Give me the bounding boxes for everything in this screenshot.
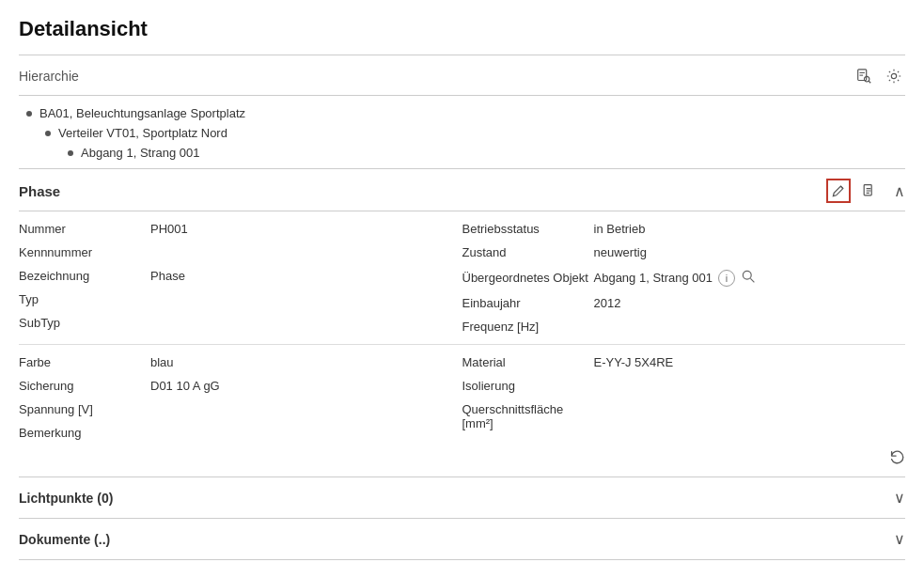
- dokumente-title: Dokumente (..): [19, 532, 894, 547]
- field-kennnummer-label: Kennnummer: [19, 245, 150, 259]
- tree-item-2[interactable]: Verteiler VT01, Sportplatz Nord: [19, 123, 905, 143]
- uebergeordnetes-search-icon: [741, 269, 756, 284]
- dokumente-collapse-icon: ∨: [894, 530, 905, 548]
- phase-edit-icon: [831, 183, 846, 198]
- phase-fields-left: Nummer PH001 Kennnummer Bezeichnung Phas…: [19, 217, 462, 338]
- phase-fields-right-lower: Material E-YY-J 5X4RE Isolierung Quersch…: [462, 351, 906, 445]
- field-querschnittsflaeche-label: Querschnittsfläche [mm²]: [462, 402, 594, 430]
- svg-point-7: [743, 271, 751, 279]
- phase-edit-button[interactable]: [826, 179, 851, 203]
- field-kennnummer: Kennnummer: [19, 241, 462, 264]
- field-frequenz-label: Frequenz [Hz]: [462, 320, 594, 334]
- phase-doc-button[interactable]: [856, 179, 881, 203]
- phase-fields-right: Betriebsstatus in Betrieb Zustand neuwer…: [462, 217, 906, 338]
- field-isolierung: Isolierung: [462, 374, 906, 398]
- field-einbaujahr-value: 2012: [594, 296, 621, 310]
- hierarchy-section: Hierarchie: [19, 55, 905, 169]
- dokumente-header[interactable]: Dokumente (..) ∨: [19, 519, 905, 559]
- field-bemerkung: Bemerkung: [19, 421, 462, 445]
- field-frequenz: Frequenz [Hz]: [462, 315, 906, 338]
- field-zustand-value: neuwertig: [594, 245, 647, 259]
- tree-item-1[interactable]: BA01, Beleuchtungsanlage Sportplatz: [19, 103, 905, 123]
- tree-bullet-3: [68, 150, 73, 156]
- field-bezeichnung-label: Bezeichnung: [19, 269, 150, 283]
- lichtpunkte-header[interactable]: Lichtpunkte (0) ∨: [19, 477, 905, 518]
- phase-collapse-button[interactable]: ∧: [894, 182, 905, 200]
- field-typ: Typ: [19, 288, 462, 311]
- tree-bullet-1: [26, 111, 32, 117]
- undo-row: [19, 445, 905, 473]
- tree-label-3: Abgang 1, Strang 001: [81, 146, 200, 160]
- field-subtyp-label: SubTyp: [19, 316, 150, 330]
- svg-rect-6: [864, 185, 871, 195]
- field-sicherung: Sicherung D01 10 A gG: [19, 374, 462, 398]
- field-bemerkung-label: Bemerkung: [19, 426, 150, 440]
- field-spannung: Spannung [V]: [19, 398, 462, 421]
- field-subtyp: SubTyp: [19, 311, 462, 335]
- undo-icon: [888, 448, 905, 465]
- phase-section-title: Phase: [19, 183, 826, 199]
- field-uebergeordnetes-label: Übergeordnetes Objekt: [462, 271, 594, 285]
- field-betriebsstatus-label: Betriebsstatus: [462, 222, 594, 236]
- field-zustand-label: Zustand: [462, 245, 594, 259]
- lichtpunkte-section: Lichtpunkte (0) ∨: [19, 477, 905, 519]
- field-sicherung-value: D01 10 A gG: [150, 379, 220, 393]
- field-uebergeordnetes-value-group: Abgang 1, Strang 001 i: [594, 269, 757, 287]
- field-nummer-label: Nummer: [19, 222, 150, 236]
- tree-label-1: BA01, Beleuchtungsanlage Sportplatz: [39, 106, 245, 120]
- dokumente-section: Dokumente (..) ∨: [19, 519, 905, 560]
- field-bezeichnung: Bezeichnung Phase: [19, 264, 462, 288]
- hierarchy-search-icon: [855, 68, 872, 85]
- hierarchy-settings-button[interactable]: [883, 65, 905, 87]
- undo-button[interactable]: [888, 448, 905, 469]
- svg-line-8: [750, 278, 754, 282]
- phase-section: Phase ∧: [19, 169, 905, 477]
- field-farbe-value: blau: [150, 355, 174, 369]
- hierarchy-tree: BA01, Beleuchtungsanlage Sportplatz Vert…: [19, 96, 905, 169]
- field-farbe: Farbe blau: [19, 351, 462, 374]
- field-farbe-label: Farbe: [19, 355, 150, 369]
- field-material-value: E-YY-J 5X4RE: [594, 355, 674, 369]
- field-einbaujahr-label: Einbaujahr: [462, 296, 594, 310]
- page-title: Detailansicht: [19, 17, 905, 41]
- field-uebergeordnetes: Übergeordnetes Objekt Abgang 1, Strang 0…: [462, 264, 906, 291]
- lichtpunkte-collapse-icon: ∨: [894, 489, 905, 507]
- field-betriebsstatus: Betriebsstatus in Betrieb: [462, 217, 906, 241]
- field-typ-label: Typ: [19, 292, 150, 306]
- field-bezeichnung-value: Phase: [150, 269, 185, 283]
- field-einbaujahr: Einbaujahr 2012: [462, 291, 906, 315]
- tree-bullet-2: [45, 131, 51, 136]
- tree-label-2: Verteiler VT01, Sportplatz Nord: [58, 126, 227, 140]
- phase-fields-left-lower: Farbe blau Sicherung D01 10 A gG Spannun…: [19, 351, 462, 445]
- tree-item-3[interactable]: Abgang 1, Strang 001: [19, 143, 905, 163]
- phase-doc-icon: [861, 183, 876, 198]
- field-uebergeordnetes-value: Abgang 1, Strang 001: [594, 271, 713, 285]
- uebergeordnetes-search-button[interactable]: [741, 269, 756, 287]
- field-sicherung-label: Sicherung: [19, 379, 150, 393]
- svg-line-4: [869, 81, 870, 83]
- field-nummer-value: PH001: [150, 222, 188, 236]
- field-betriebsstatus-value: in Betrieb: [594, 222, 646, 236]
- field-material-label: Material: [462, 355, 594, 369]
- phase-fields-upper: Nummer PH001 Kennnummer Bezeichnung Phas…: [19, 211, 905, 345]
- field-nummer: Nummer PH001: [19, 217, 462, 241]
- field-querschnittsflaeche: Querschnittsfläche [mm²]: [462, 398, 906, 435]
- field-spannung-label: Spannung [V]: [19, 402, 150, 416]
- field-zustand: Zustand neuwertig: [462, 241, 906, 264]
- hierarchy-search-button[interactable]: [853, 65, 875, 87]
- hierarchy-title: Hierarchie: [19, 69, 853, 84]
- svg-point-5: [891, 73, 896, 78]
- lichtpunkte-title: Lichtpunkte (0): [19, 491, 894, 506]
- hierarchy-settings-icon: [885, 68, 902, 85]
- field-isolierung-label: Isolierung: [462, 379, 594, 393]
- field-material: Material E-YY-J 5X4RE: [462, 351, 906, 374]
- phase-fields-lower: Farbe blau Sicherung D01 10 A gG Spannun…: [19, 345, 905, 477]
- uebergeordnetes-info-button[interactable]: i: [718, 270, 735, 287]
